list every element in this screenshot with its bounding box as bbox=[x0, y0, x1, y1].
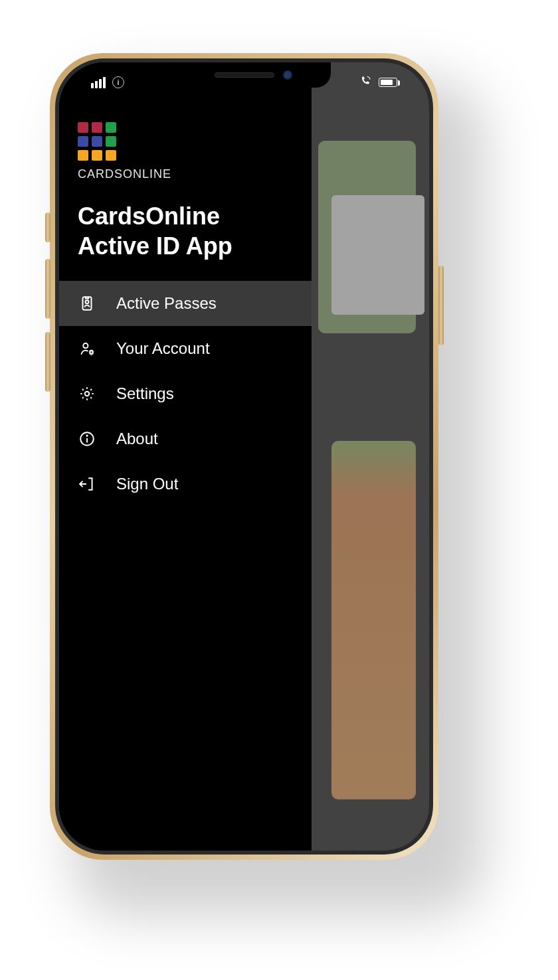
info-icon bbox=[78, 430, 96, 448]
menu-item-label: Your Account bbox=[116, 339, 210, 358]
signal-icon bbox=[91, 77, 106, 88]
svg-point-7 bbox=[86, 435, 87, 436]
navigation-drawer: CARDSONLINE CardsOnline Active ID App Ac… bbox=[59, 62, 312, 851]
menu-item-settings[interactable]: Settings bbox=[59, 371, 312, 416]
svg-point-4 bbox=[85, 392, 90, 396]
id-badge-icon bbox=[78, 294, 96, 313]
call-status-icon bbox=[360, 75, 372, 90]
svg-point-3 bbox=[90, 351, 92, 353]
svg-point-1 bbox=[86, 300, 89, 303]
drawer-menu: Active Passes Your Account Settings bbox=[59, 281, 312, 507]
menu-item-sign-out[interactable]: Sign Out bbox=[59, 461, 312, 507]
info-status-icon: i bbox=[112, 76, 124, 88]
drawer-scrim[interactable] bbox=[312, 62, 429, 851]
user-gear-icon bbox=[78, 339, 96, 358]
sign-out-icon bbox=[78, 475, 96, 493]
phone-frame: i bbox=[50, 53, 438, 860]
screen: i bbox=[59, 62, 429, 851]
menu-item-your-account[interactable]: Your Account bbox=[59, 326, 312, 371]
svg-point-2 bbox=[83, 343, 88, 348]
brand-block: CARDSONLINE bbox=[59, 122, 312, 193]
brand-name: CARDSONLINE bbox=[78, 167, 293, 181]
menu-item-label: Settings bbox=[116, 384, 174, 403]
menu-item-label: Sign Out bbox=[116, 475, 178, 493]
battery-icon bbox=[379, 78, 397, 87]
menu-item-label: Active Passes bbox=[116, 294, 217, 313]
menu-item-label: About bbox=[116, 430, 158, 448]
volume-up-button bbox=[45, 259, 50, 319]
volume-down-button bbox=[45, 332, 50, 392]
notch bbox=[158, 62, 331, 88]
mute-switch bbox=[45, 212, 50, 242]
brand-logo-icon bbox=[78, 122, 293, 161]
power-button bbox=[438, 266, 444, 345]
menu-item-about[interactable]: About bbox=[59, 416, 312, 461]
gear-icon bbox=[78, 384, 96, 403]
drawer-title: CardsOnline Active ID App bbox=[59, 193, 312, 281]
menu-item-active-passes[interactable]: Active Passes bbox=[59, 281, 312, 326]
